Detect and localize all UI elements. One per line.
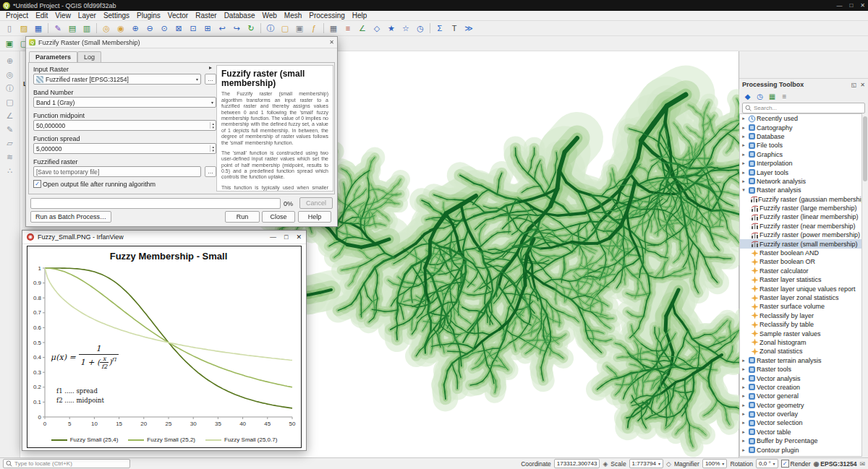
band-number-combo[interactable]: Band 1 (Gray) ▾ xyxy=(33,97,216,108)
menu-item-raster[interactable]: Raster xyxy=(192,12,220,20)
new-print-layout-icon[interactable]: ▤ xyxy=(66,22,79,35)
menu-item-database[interactable]: Database xyxy=(221,12,259,20)
pan-tool-icon[interactable]: ◎ xyxy=(4,69,17,81)
stream-digitize-tool-icon[interactable]: ≋ xyxy=(4,151,17,163)
chevron-collapsed-icon[interactable]: ▸ xyxy=(740,429,747,435)
map-tips-icon[interactable]: ◇ xyxy=(370,22,383,35)
magnifier-spin[interactable]: 100%▾ xyxy=(702,459,727,468)
select-features-icon[interactable]: ▢ xyxy=(278,22,292,35)
cancel-button[interactable]: Cancel xyxy=(299,197,333,209)
extents-icon[interactable]: ◈ xyxy=(603,460,608,468)
tree-category-raster-terrain-analysis[interactable]: ▸Raster terrain analysis xyxy=(740,356,861,365)
chevron-expanded-icon[interactable]: ▾ xyxy=(740,187,747,193)
irfan-minimize-button[interactable]: — xyxy=(270,233,276,241)
attribute-table-icon[interactable]: ▦ xyxy=(327,22,340,35)
zoom-to-layer-icon[interactable]: ⊞ xyxy=(201,22,214,35)
coordinate-value[interactable]: 173312,300743 xyxy=(554,459,600,468)
menu-item-mesh[interactable]: Mesh xyxy=(281,12,305,20)
chevron-collapsed-icon[interactable]: ▸ xyxy=(740,116,747,121)
irfan-close-button[interactable]: ✕ xyxy=(296,233,302,241)
run-button[interactable]: Run xyxy=(225,211,260,223)
zoom-in-tool-icon[interactable]: ⊕ xyxy=(4,55,17,67)
tree-category-vector-creation[interactable]: ▸Vector creation xyxy=(740,383,861,392)
rotation-spin[interactable]: 0,0 °▾ xyxy=(756,459,778,468)
tree-category-raster-analysis[interactable]: ▾Raster analysis xyxy=(740,186,861,194)
project-save-icon[interactable]: ▦ xyxy=(32,22,45,35)
crs-indicator[interactable]: ◉EPSG:31254 xyxy=(814,460,857,468)
chevron-collapsed-icon[interactable]: ▸ xyxy=(740,170,747,176)
tree-category-file-tools[interactable]: ▸File tools xyxy=(740,141,861,150)
digitize-tool-icon[interactable]: ✎ xyxy=(4,124,17,136)
irfan-maximize-button[interactable]: □ xyxy=(284,233,288,241)
chevron-collapsed-icon[interactable]: ▸ xyxy=(740,420,747,426)
tree-item-raster-layer-unique-values-report[interactable]: Raster layer unique values report xyxy=(740,284,861,293)
menu-item-edit[interactable]: Edit xyxy=(32,12,51,20)
identify-tool-icon[interactable]: ⓘ xyxy=(4,82,17,95)
chevron-collapsed-icon[interactable]: ▸ xyxy=(740,134,747,139)
maximize-button[interactable]: □ xyxy=(849,2,853,9)
menu-item-web[interactable]: Web xyxy=(258,12,280,20)
menu-item-layer[interactable]: Layer xyxy=(75,12,100,20)
chevron-collapsed-icon[interactable]: ▸ xyxy=(740,178,747,184)
tree-scrollbar[interactable] xyxy=(862,113,868,457)
tree-category-database[interactable]: ▸Database xyxy=(740,132,861,141)
tree-category-contour-plugin[interactable]: ▸Contour plugin xyxy=(740,445,861,454)
tree-category-vector-selection[interactable]: ▸Vector selection xyxy=(740,418,861,427)
show-bookmarks-icon[interactable]: ☆ xyxy=(399,22,412,35)
tree-item-raster-layer-zonal-statistics[interactable]: Raster layer zonal statistics xyxy=(740,293,861,302)
chevron-collapsed-icon[interactable]: ▸ xyxy=(740,358,747,363)
zoom-out-icon[interactable]: ⊖ xyxy=(143,22,156,35)
identify-features-icon[interactable]: ⓘ xyxy=(264,22,277,35)
menu-item-vector[interactable]: Vector xyxy=(164,12,192,20)
models-icon-icon[interactable]: ◆ xyxy=(742,91,753,101)
spinner-arrows-icon[interactable]: ▴▾ xyxy=(210,122,214,129)
tree-item-fuzzify-raster-linear-membership[interactable]: Fuzzify raster (linear membership) xyxy=(740,212,861,221)
measure-tool-icon[interactable]: ∠ xyxy=(4,110,17,122)
menu-item-processing[interactable]: Processing xyxy=(305,12,348,20)
chevron-collapsed-icon[interactable]: ▸ xyxy=(740,438,747,444)
tree-scrollbar-thumb[interactable] xyxy=(863,116,867,181)
tree-category-raster-tools[interactable]: ▸Raster tools xyxy=(740,365,861,374)
tree-item-fuzzify-raster-small-membership[interactable]: Fuzzify raster (small membership) xyxy=(740,239,861,248)
tree-category-vector-general[interactable]: ▸Vector general xyxy=(740,392,861,400)
close-panel-icon[interactable]: ✕ xyxy=(860,82,865,88)
zoom-in-icon[interactable]: ⊕ xyxy=(129,22,142,35)
tree-category-buffer-by-percentage[interactable]: ▸Buffer by Percentage xyxy=(740,436,861,445)
menu-item-settings[interactable]: Settings xyxy=(100,12,133,20)
select-by-expression-icon[interactable]: ƒ xyxy=(307,22,320,35)
run-as-batch-button[interactable]: Run as Batch Process… xyxy=(30,211,111,223)
deselect-features-icon[interactable]: ▣ xyxy=(293,22,306,35)
temporal-controller-icon[interactable]: ◷ xyxy=(414,22,427,35)
output-raster-browse-button[interactable]: … xyxy=(205,166,216,177)
chevron-collapsed-icon[interactable]: ▸ xyxy=(740,160,747,166)
zoom-full-icon[interactable]: ⊠ xyxy=(172,22,185,35)
function-spread-spinbox[interactable]: 5,000000 ▴▾ xyxy=(33,143,216,154)
chevron-collapsed-icon[interactable]: ▸ xyxy=(740,125,747,131)
tree-item-fuzzify-raster-power-membership[interactable]: Fuzzify raster (power membership) xyxy=(740,231,861,239)
chevron-collapsed-icon[interactable]: ▸ xyxy=(740,376,747,382)
tree-category-network-analysis[interactable]: ▸Network analysis xyxy=(740,177,861,186)
chevron-collapsed-icon[interactable]: ▸ xyxy=(740,447,747,453)
lock-scale-icon[interactable]: ◇ xyxy=(666,460,671,468)
render-checkbox[interactable]: ✓Render xyxy=(781,460,811,468)
zoom-next-icon[interactable]: ↪ xyxy=(230,22,243,35)
chevron-collapsed-icon[interactable]: ▸ xyxy=(740,403,747,408)
layout-manager-icon[interactable]: ▥ xyxy=(80,22,93,35)
close-button[interactable]: Close xyxy=(262,211,295,223)
text-annotation-icon[interactable]: T xyxy=(448,22,461,35)
chevron-collapsed-icon[interactable]: ▸ xyxy=(740,393,747,399)
locate-input[interactable]: Type to locate (Ctrl+K) xyxy=(3,459,130,468)
zoom-to-selection-icon[interactable]: ⊡ xyxy=(187,22,200,35)
menu-item-view[interactable]: View xyxy=(51,12,75,20)
statistics-summary-icon[interactable]: Σ xyxy=(433,22,446,35)
tree-category-interpolation[interactable]: ▸Interpolation xyxy=(740,159,861,168)
dialog-close-icon[interactable]: ✕ xyxy=(329,39,334,46)
chevron-collapsed-icon[interactable]: ▸ xyxy=(740,384,747,390)
tree-item-raster-surface-volume[interactable]: Raster surface volume xyxy=(740,302,861,311)
menu-item-project[interactable]: Project xyxy=(2,12,32,20)
tree-item-reclassify-by-table[interactable]: Reclassify by table xyxy=(740,320,861,329)
history-icon-icon[interactable]: ◷ xyxy=(754,91,765,101)
results-viewer-icon-icon[interactable]: ▦ xyxy=(767,91,778,101)
menu-item-plugins[interactable]: Plugins xyxy=(133,12,164,20)
pan-map-icon[interactable]: ◎ xyxy=(100,22,113,35)
